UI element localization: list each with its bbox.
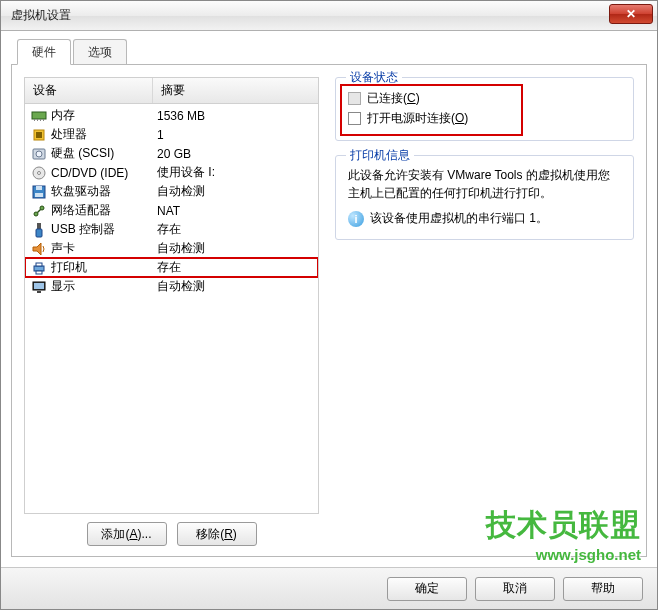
device-row[interactable]: 软盘驱动器自动检测 (25, 182, 318, 201)
svg-rect-2 (37, 119, 38, 121)
network-icon (29, 203, 49, 219)
device-summary: 自动检测 (153, 183, 314, 200)
column-header-summary[interactable]: 摘要 (153, 78, 318, 103)
svg-rect-4 (43, 119, 44, 121)
device-summary: 自动检测 (153, 278, 314, 295)
svg-rect-13 (35, 193, 43, 197)
device-buttons-row: 添加(A)... 移除(R) (24, 522, 319, 546)
device-summary: 自动检测 (153, 240, 314, 257)
device-list[interactable]: 设备 摘要 内存1536 MB处理器1硬盘 (SCSI)20 GBCD/DVD … (24, 77, 319, 514)
remove-device-button[interactable]: 移除(R) (177, 522, 257, 546)
device-name: 显示 (49, 278, 153, 295)
device-row[interactable]: 网络适配器NAT (25, 201, 318, 220)
device-row[interactable]: 显示自动检测 (25, 277, 318, 296)
device-row[interactable]: USB 控制器存在 (25, 220, 318, 239)
device-name: 内存 (49, 107, 153, 124)
window-title: 虚拟机设置 (11, 7, 71, 24)
svg-point-14 (34, 212, 38, 216)
tab-options[interactable]: 选项 (73, 39, 127, 65)
printer-info-note-row: i 该设备使用虚拟机的串行端口 1。 (348, 210, 621, 227)
svg-point-15 (40, 206, 44, 210)
add-device-button[interactable]: 添加(A)... (87, 522, 167, 546)
device-name: 网络适配器 (49, 202, 153, 219)
device-name: 声卡 (49, 240, 153, 257)
titlebar: 虚拟机设置 ✕ (1, 1, 657, 31)
cpu-icon (29, 127, 49, 143)
device-summary: 使用设备 I: (153, 164, 314, 181)
device-row[interactable]: 处理器1 (25, 125, 318, 144)
right-column: 设备状态 已连接(C) 打开电源时连接(O) 打印机信息 此设备允许安装有 VM… (335, 77, 634, 546)
floppy-icon (29, 184, 49, 200)
svg-rect-20 (34, 266, 44, 271)
device-name: 硬盘 (SCSI) (49, 145, 153, 162)
svg-rect-18 (36, 229, 42, 237)
device-summary: 存在 (153, 221, 314, 238)
close-button[interactable]: ✕ (609, 4, 653, 24)
sound-icon (29, 241, 49, 257)
device-summary: 1 (153, 128, 314, 142)
svg-line-16 (38, 209, 41, 212)
device-row[interactable]: 硬盘 (SCSI)20 GB (25, 144, 318, 163)
svg-point-8 (36, 151, 42, 157)
left-column: 设备 摘要 内存1536 MB处理器1硬盘 (SCSI)20 GBCD/DVD … (24, 77, 319, 546)
device-row[interactable]: CD/DVD (IDE)使用设备 I: (25, 163, 318, 182)
ok-button[interactable]: 确定 (387, 577, 467, 601)
device-name: 软盘驱动器 (49, 183, 153, 200)
svg-rect-25 (37, 291, 41, 293)
device-summary: NAT (153, 204, 314, 218)
tab-hardware[interactable]: 硬件 (17, 39, 71, 65)
device-row[interactable]: 打印机存在 (25, 258, 318, 277)
help-button[interactable]: 帮助 (563, 577, 643, 601)
display-icon (29, 279, 49, 295)
printer-info-note: 该设备使用虚拟机的串行端口 1。 (370, 210, 548, 227)
svg-marker-19 (33, 243, 41, 255)
info-icon: i (348, 211, 364, 227)
device-name: 打印机 (49, 259, 153, 276)
svg-rect-6 (36, 132, 42, 138)
cd-icon (29, 165, 49, 181)
dialog-footer: 确定 取消 帮助 (1, 567, 657, 609)
highlight-status-box (340, 84, 523, 136)
cancel-button[interactable]: 取消 (475, 577, 555, 601)
usb-icon (29, 222, 49, 238)
svg-rect-24 (34, 283, 44, 289)
svg-rect-17 (37, 223, 41, 229)
printer-info-legend: 打印机信息 (346, 147, 414, 164)
device-summary: 20 GB (153, 147, 314, 161)
printer-icon (29, 260, 49, 276)
device-row[interactable]: 内存1536 MB (25, 106, 318, 125)
content-area: 硬件 选项 设备 摘要 内存1536 MB处理器1硬盘 (SCSI)20 GBC… (1, 31, 657, 567)
svg-point-10 (38, 171, 41, 174)
disk-icon (29, 146, 49, 162)
device-row[interactable]: 声卡自动检测 (25, 239, 318, 258)
svg-rect-0 (32, 112, 46, 119)
printer-info-text: 此设备允许安装有 VMware Tools 的虚拟机使用您主机上已配置的任何打印… (348, 166, 621, 202)
svg-rect-22 (36, 271, 42, 274)
device-summary: 1536 MB (153, 109, 314, 123)
svg-rect-12 (36, 186, 42, 190)
svg-rect-21 (36, 263, 42, 266)
device-name: 处理器 (49, 126, 153, 143)
printer-info-group: 打印机信息 此设备允许安装有 VMware Tools 的虚拟机使用您主机上已配… (335, 155, 634, 240)
device-name: CD/DVD (IDE) (49, 166, 153, 180)
svg-rect-3 (40, 119, 41, 121)
column-header-device[interactable]: 设备 (25, 78, 153, 103)
device-summary: 存在 (153, 259, 314, 276)
device-list-header: 设备 摘要 (25, 78, 318, 104)
svg-rect-1 (34, 119, 35, 121)
device-status-group: 设备状态 已连接(C) 打开电源时连接(O) (335, 77, 634, 141)
tab-panel-hardware: 设备 摘要 内存1536 MB处理器1硬盘 (SCSI)20 GBCD/DVD … (11, 64, 647, 557)
device-name: USB 控制器 (49, 221, 153, 238)
tabstrip: 硬件 选项 (11, 39, 647, 65)
memory-icon (29, 108, 49, 124)
